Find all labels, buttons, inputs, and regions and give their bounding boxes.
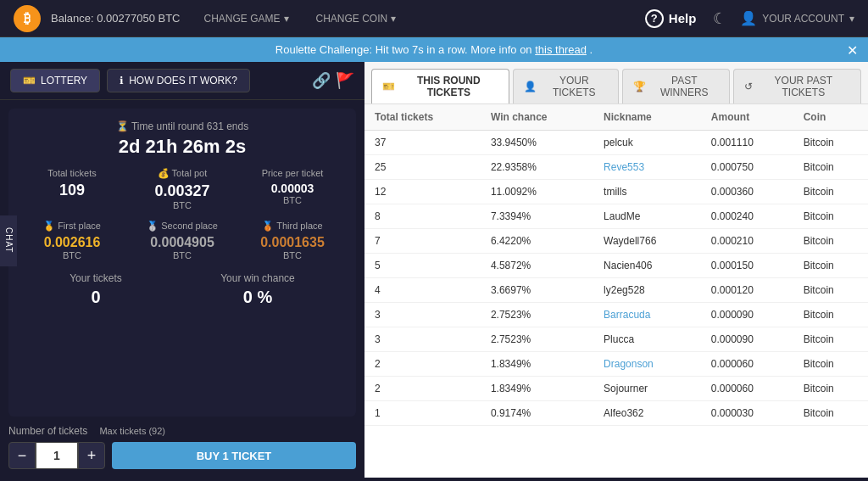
table-row: 32.7523%Barracuda0.000090Bitcoin bbox=[364, 303, 868, 327]
cell-amount: 0.000090 bbox=[701, 327, 793, 352]
table-row: 76.4220%Waydell7660.000210Bitcoin bbox=[364, 229, 868, 254]
cell-win-chance: 11.0092% bbox=[481, 180, 593, 204]
change-coin-button[interactable]: CHANGE COIN ▾ bbox=[309, 9, 403, 28]
ticket-purchase-controls: − + BUY 1 TICKET bbox=[8, 442, 356, 469]
cell-coin: Bitcoin bbox=[793, 278, 868, 303]
info-icon: ℹ bbox=[120, 75, 124, 87]
cell-coin: Bitcoin bbox=[793, 204, 868, 229]
left-panel: 🎫 LOTTERY ℹ HOW DOES IT WORK? 🔗 🚩 ⏳ Time… bbox=[0, 62, 364, 478]
cell-coin: Bitcoin bbox=[793, 229, 868, 254]
chevron-down-icon: ▾ bbox=[284, 13, 289, 25]
cell-tickets: 2 bbox=[364, 352, 481, 377]
cell-coin: Bitcoin bbox=[793, 155, 868, 180]
stats-grid: Total tickets 109 💰 Total pot 0.00327 BT… bbox=[20, 168, 344, 210]
table-body: 3733.9450%pelcuk0.001110Bitcoin2522.9358… bbox=[364, 131, 868, 426]
cell-coin: Bitcoin bbox=[793, 377, 868, 401]
table-row: 3733.9450%pelcuk0.001110Bitcoin bbox=[364, 131, 868, 155]
prize-grid: 🥇 First place 0.002616 BTC 🥈 Second plac… bbox=[20, 221, 344, 260]
cell-win-chance: 4.5872% bbox=[481, 254, 593, 278]
cell-nickname[interactable]: Dragonson bbox=[593, 352, 701, 377]
cell-amount: 0.000030 bbox=[701, 401, 793, 426]
cell-tickets: 12 bbox=[364, 180, 481, 204]
cell-amount: 0.000360 bbox=[701, 180, 793, 204]
help-icon: ? bbox=[645, 9, 664, 28]
cell-amount: 0.000750 bbox=[701, 155, 793, 180]
cell-tickets: 37 bbox=[364, 131, 481, 155]
cell-win-chance: 33.9450% bbox=[481, 131, 593, 155]
how-works-button[interactable]: ℹ HOW DOES IT WORK? bbox=[107, 69, 250, 92]
first-place-prize: 🥇 First place 0.002616 BTC bbox=[20, 221, 124, 260]
dark-mode-toggle[interactable]: ☾ bbox=[713, 9, 726, 28]
col-total-tickets: Total tickets bbox=[364, 104, 481, 131]
quantity-input[interactable] bbox=[36, 442, 78, 469]
help-button[interactable]: ? Help bbox=[645, 9, 697, 28]
total-pot-stat: 💰 Total pot 0.00327 BTC bbox=[131, 168, 234, 210]
total-pot-unit: BTC bbox=[131, 200, 234, 210]
cell-nickname: ly2eg528 bbox=[593, 278, 701, 303]
balance-display: Balance: 0.00277050 BTC bbox=[51, 12, 181, 25]
cell-coin: Bitcoin bbox=[793, 352, 868, 377]
table-row: 21.8349%Sojourner0.000060Bitcoin bbox=[364, 377, 868, 401]
table-row: 54.5872%Nacien4060.000150Bitcoin bbox=[364, 254, 868, 278]
cell-nickname: pelcuk bbox=[593, 131, 701, 155]
quantity-stepper: − + bbox=[8, 442, 105, 469]
cell-amount: 0.001110 bbox=[701, 131, 793, 155]
table-row: 43.6697%ly2eg5280.000120Bitcoin bbox=[364, 278, 868, 303]
left-nav: 🎫 LOTTERY ℹ HOW DOES IT WORK? 🔗 🚩 bbox=[0, 62, 364, 100]
cell-win-chance: 0.9174% bbox=[481, 401, 593, 426]
tab-your-tickets[interactable]: 👤 YOUR TICKETS bbox=[513, 69, 619, 103]
increment-button[interactable]: + bbox=[78, 442, 105, 469]
tab-this-round[interactable]: 🎫 THIS ROUND TICKETS bbox=[371, 69, 509, 103]
your-tickets-stat: Your tickets 0 bbox=[70, 272, 122, 307]
cell-nickname: Plucca bbox=[593, 327, 701, 352]
tickets-table: Total tickets Win chance Nickname Amount… bbox=[364, 104, 868, 426]
flag-icon-button[interactable]: 🚩 bbox=[336, 71, 354, 90]
cell-amount: 0.000090 bbox=[701, 303, 793, 327]
share-icon-button[interactable]: 🔗 bbox=[312, 71, 331, 90]
nav-icons: 🔗 🚩 bbox=[312, 71, 354, 90]
cell-win-chance: 1.8349% bbox=[481, 377, 593, 401]
main-content: 🎫 LOTTERY ℹ HOW DOES IT WORK? 🔗 🚩 ⏳ Time… bbox=[0, 62, 868, 478]
banner-link[interactable]: this thread bbox=[535, 43, 587, 56]
table-row: 1211.0092%tmills0.000360Bitcoin bbox=[364, 180, 868, 204]
right-panel: 🎫 THIS ROUND TICKETS 👤 YOUR TICKETS 🏆 PA… bbox=[364, 62, 868, 478]
cell-tickets: 7 bbox=[364, 229, 481, 254]
col-coin: Coin bbox=[793, 104, 868, 131]
lottery-button[interactable]: 🎫 LOTTERY bbox=[10, 69, 100, 92]
third-place-unit: BTC bbox=[241, 250, 344, 260]
tab-past-winners[interactable]: 🏆 PAST WINNERS bbox=[622, 69, 730, 103]
cell-win-chance: 6.4220% bbox=[481, 229, 593, 254]
user-icon: 👤 bbox=[524, 81, 537, 92]
timer-label: ⏳ Time until round 631 ends bbox=[20, 120, 344, 132]
cell-amount: 0.000120 bbox=[701, 278, 793, 303]
timer-value: 2d 21h 26m 2s bbox=[20, 136, 344, 158]
your-tickets-label: Your tickets bbox=[70, 272, 122, 284]
buy-ticket-button[interactable]: BUY 1 TICKET bbox=[112, 442, 356, 469]
first-place-unit: BTC bbox=[20, 250, 124, 260]
chevron-down-icon: ▾ bbox=[391, 13, 396, 25]
cell-nickname: Sojourner bbox=[593, 377, 701, 401]
chat-tab[interactable]: CHAT bbox=[0, 215, 17, 266]
price-per-ticket-value: 0.00003 bbox=[241, 182, 344, 195]
tickets-table-container: Total tickets Win chance Nickname Amount… bbox=[364, 104, 868, 478]
account-button[interactable]: 👤 YOUR ACCOUNT ▾ bbox=[740, 10, 854, 26]
site-logo: ₿ bbox=[14, 5, 41, 32]
col-win-chance: Win chance bbox=[481, 104, 593, 131]
second-place-prize: 🥈 Second place 0.0004905 BTC bbox=[131, 221, 234, 260]
total-tickets-stat: Total tickets 109 bbox=[20, 168, 124, 210]
first-place-label: 🥇 First place bbox=[20, 221, 124, 232]
ticket-icon: 🎫 bbox=[382, 81, 395, 92]
history-icon: ↺ bbox=[744, 81, 753, 92]
change-game-button[interactable]: CHANGE GAME ▾ bbox=[198, 9, 296, 28]
cell-tickets: 4 bbox=[364, 278, 481, 303]
cell-coin: Bitcoin bbox=[793, 180, 868, 204]
table-row: 32.7523%Plucca0.000090Bitcoin bbox=[364, 327, 868, 352]
cell-nickname[interactable]: Reve553 bbox=[593, 155, 701, 180]
cell-nickname[interactable]: Barracuda bbox=[593, 303, 701, 327]
cell-tickets: 1 bbox=[364, 401, 481, 426]
tab-your-past-tickets[interactable]: ↺ YOUR PAST TICKETS bbox=[733, 69, 861, 103]
cell-nickname: Nacien406 bbox=[593, 254, 701, 278]
your-win-chance-value: 0 % bbox=[220, 288, 295, 307]
decrement-button[interactable]: − bbox=[8, 442, 36, 469]
banner-close-button[interactable]: ✕ bbox=[847, 42, 858, 58]
